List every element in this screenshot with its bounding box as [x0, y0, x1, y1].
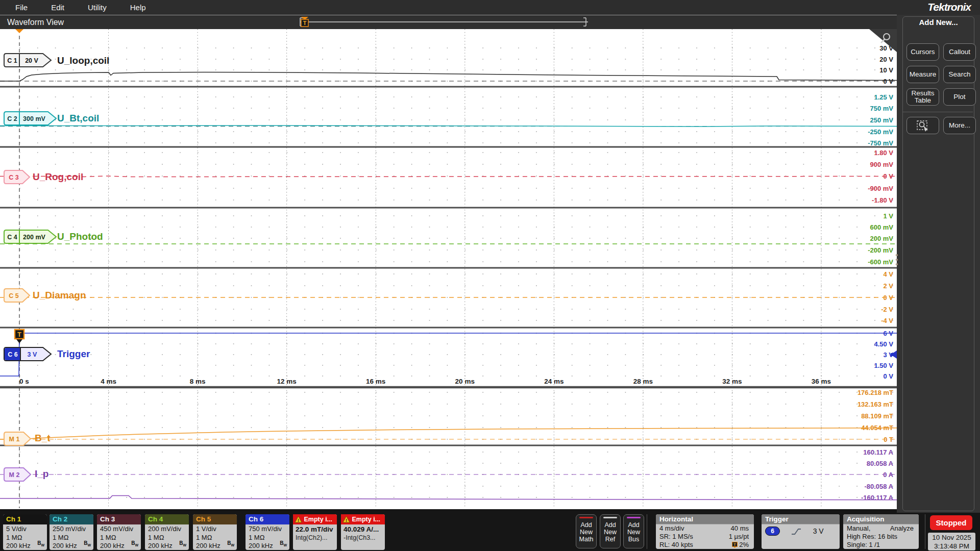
- scale-label: 1.25 V: [874, 93, 893, 101]
- scale-label: 4.50 V: [874, 340, 893, 348]
- trigger-flag-pointer: [16, 339, 22, 343]
- trigger-panel[interactable]: Trigger 6 3 V: [762, 514, 840, 549]
- channel-badge-title: Ch 4: [145, 514, 189, 524]
- time-axis-label: 32 ms: [722, 378, 742, 385]
- scale-label: -1.80 V: [872, 196, 893, 204]
- badge-color-stripe: [603, 517, 617, 518]
- horizontal-panel-title: Horizontal: [656, 514, 754, 524]
- time-axis-label: 0 s: [19, 378, 29, 385]
- math-scale: 40.029 A/...: [341, 524, 385, 533]
- channel-handle-text: C 4: [7, 234, 17, 241]
- channel-badge-title: Ch 2: [50, 514, 93, 524]
- channel-name-label: U_Rog,coil: [33, 171, 83, 182]
- scale-label: -4 V: [881, 317, 893, 324]
- horizontal-panel[interactable]: Horizontal 4 ms/div40 ms SR: 1 MS/s1 µs/…: [656, 514, 754, 549]
- svg-text:T: T: [303, 20, 307, 26]
- bandwidth-icon: BW: [84, 539, 91, 550]
- scale-label: 750 mV: [870, 105, 893, 112]
- menu-edit[interactable]: Edit: [51, 3, 64, 12]
- channel-badge-5[interactable]: Ch 5 1 V/div1 MΩ200 kHzBW: [193, 514, 237, 550]
- expansion-point-icon[interactable]: [15, 29, 23, 33]
- acq-resolution: High Res: 16 bits: [847, 533, 897, 541]
- math-badge-1[interactable]: Math 1 ! Empty i... 22.0 mT/div Intg(Ch2…: [293, 514, 337, 550]
- acquisition-panel-title: Acquisition: [843, 514, 919, 524]
- trigger-t-icon: T: [732, 542, 738, 548]
- channel-badge-6[interactable]: Ch 6 750 mV/div1 MΩ200 kHzBW: [246, 514, 289, 550]
- horizontal-span: 40 ms: [731, 524, 749, 533]
- scale-label: 1.50 V: [874, 362, 893, 369]
- add-new-bus-button[interactable]: AddNewBus: [623, 514, 644, 548]
- bandwidth-icon: BW: [37, 539, 44, 550]
- add-new-math-button[interactable]: AddNewMath: [576, 514, 597, 548]
- waveform-graticule[interactable]: 30 V20 V10 V0 VU_loop,coil1.25 V750 mV25…: [0, 29, 897, 509]
- scale-label: -750 mV: [868, 139, 893, 147]
- add-new-ref-button[interactable]: AddNewRef: [600, 514, 621, 548]
- channel-badge-settings: 200 mV/div1 MΩ200 kHzBW: [145, 524, 189, 550]
- acquisition-panel[interactable]: Acquisition Manual,Analyze High Res: 16 …: [843, 514, 919, 549]
- menu-help[interactable]: Help: [130, 3, 146, 12]
- bottom-settings-bar: Ch 1 5 V/div1 MΩ200 kHzBWCh 2 250 mV/div…: [0, 513, 980, 551]
- acq-single-count: Single: 1 /1: [847, 541, 880, 549]
- channel-badge-2[interactable]: Ch 2 250 mV/div1 MΩ200 kHzBW: [50, 514, 93, 550]
- more-button[interactable]: More...: [943, 117, 976, 134]
- svg-text:!: !: [346, 518, 347, 523]
- panel-drag-handle[interactable]: •••: [894, 253, 899, 266]
- math-expression: Intg(Ch2)...: [293, 533, 337, 541]
- record-length: RL: 40 kpts: [659, 541, 693, 549]
- channel-handle-text: 300 mV: [23, 115, 45, 122]
- channel-name-label: U_loop,coil: [57, 55, 109, 66]
- math-alert: ! Empty i...: [293, 514, 337, 524]
- channel-name-label: U_Bt,coil: [57, 113, 99, 123]
- time-axis-label: 28 ms: [633, 378, 653, 385]
- trace-Trigger: [0, 333, 897, 376]
- scale-label: -2 V: [881, 306, 893, 313]
- trigger-level-arrow-tail: [891, 353, 897, 356]
- results-table-button[interactable]: ResultsTable: [906, 88, 939, 106]
- callout-button[interactable]: Callout: [943, 43, 976, 61]
- trigger-position-percent: T 2%: [732, 541, 749, 549]
- channel-badge-1[interactable]: Ch 1 5 V/div1 MΩ200 kHzBW: [3, 514, 47, 550]
- scale-label: 176.218 mT: [857, 389, 893, 396]
- scale-label: 44.054 mT: [861, 424, 893, 432]
- acq-analyze: Analyze: [890, 524, 914, 533]
- cursors-button[interactable]: Cursors: [906, 43, 939, 61]
- menu-file[interactable]: File: [15, 3, 28, 12]
- scale-label: -600 mV: [868, 258, 893, 266]
- channel-handle-text: C 2: [7, 115, 17, 122]
- channel-handle-text: C 1: [7, 57, 17, 64]
- scale-label: 250 mV: [870, 116, 893, 124]
- date: 10 Nov 2025: [928, 533, 975, 542]
- channel-handle-text: M 2: [9, 471, 20, 479]
- search-button[interactable]: Search: [943, 66, 976, 83]
- channel-badge-4[interactable]: Ch 4 200 mV/div1 MΩ200 kHzBW: [145, 514, 189, 550]
- datetime-display: 10 Nov 2025 3:13:48 PM: [928, 533, 975, 550]
- bandwidth-icon: BW: [131, 539, 138, 550]
- sidebar-divider: [903, 112, 973, 112]
- plot-button[interactable]: Plot: [943, 88, 976, 106]
- channel-badge-3[interactable]: Ch 3 450 mV/div1 MΩ200 kHzBW: [97, 514, 141, 550]
- record-view-bar[interactable]: T: [296, 15, 602, 29]
- scale-label: 2 V: [883, 282, 893, 290]
- time-axis-label: 16 ms: [366, 378, 385, 385]
- math-badge-2[interactable]: Math 2 ! Empty i... 40.029 A/... -Intg(C…: [341, 514, 385, 550]
- channel-badge-title: Ch 3: [97, 514, 141, 524]
- separator: [925, 514, 925, 549]
- run-stop-status-button[interactable]: Stopped: [930, 515, 972, 530]
- menu-utility[interactable]: Utility: [88, 3, 107, 12]
- scale-label: -80.058 A: [864, 483, 893, 490]
- trace-U_loop,coil: [0, 72, 897, 82]
- time-axis-label: 4 ms: [101, 378, 116, 385]
- scale-label: 4 V: [883, 270, 893, 278]
- zoom-select-button[interactable]: [906, 117, 939, 134]
- time-axis-label: 24 ms: [544, 378, 564, 385]
- svg-text:!: !: [298, 518, 299, 523]
- scale-label: 600 mV: [870, 223, 893, 231]
- svg-text:T: T: [17, 331, 21, 338]
- channel-badge-title: Ch 6: [246, 514, 289, 524]
- time-axis-label: 36 ms: [812, 378, 831, 385]
- channel-badge-settings: 450 mV/div1 MΩ200 kHzBW: [97, 524, 141, 550]
- time: 3:13:48 PM: [928, 542, 975, 550]
- time-axis-label: 20 ms: [455, 378, 475, 385]
- measure-button[interactable]: Measure: [906, 66, 939, 83]
- channel-badge-title: Ch 5: [193, 514, 237, 524]
